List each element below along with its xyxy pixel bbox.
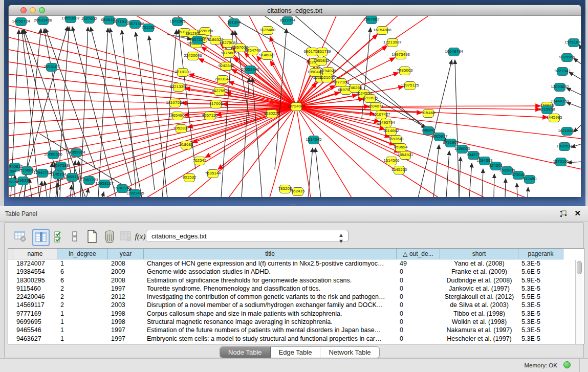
graph-node[interactable]: 391594 — [9, 167, 15, 176]
table-cell[interactable]: Jankovic et al. (1997) — [440, 285, 518, 293]
graph-node[interactable]: 1211635 — [364, 94, 376, 103]
table-cell[interactable]: 5.6E-5 — [518, 268, 563, 276]
graph-node[interactable]: 1196335 — [17, 177, 29, 185]
table-cell[interactable]: Structural magnetic resonance image aver… — [144, 318, 397, 326]
table-cell[interactable]: 1997 — [108, 326, 144, 334]
graph-node[interactable]: 8215958 — [541, 105, 553, 114]
table-cell[interactable]: Tibbo et al. (1998) — [440, 310, 518, 318]
column-header-pagerank[interactable]: pagerank — [518, 249, 563, 259]
table-cell[interactable]: 2008 — [108, 276, 144, 285]
graph-node[interactable]: 8267110 — [204, 112, 215, 120]
table-cell[interactable]: 1 — [57, 326, 108, 334]
table-cell[interactable]: 5.3E-5 — [518, 301, 563, 309]
table-cell[interactable]: 9699695 — [13, 318, 57, 326]
tab-node-table[interactable]: Node Table — [220, 347, 271, 358]
table-cell[interactable]: 2003 — [108, 301, 144, 309]
graph-node[interactable]: 6961758 — [306, 48, 317, 56]
graph-node[interactable]: 1621072 — [321, 74, 333, 82]
table-selector-dropdown[interactable]: citations_edges.txt ▲▼ — [146, 230, 349, 242]
graph-node[interactable]: 22420046 — [187, 52, 199, 60]
graph-node[interactable]: 1125480 — [262, 26, 273, 35]
table-row[interactable]: 969969511998Structural magnetic resonanc… — [8, 318, 584, 326]
scrollbar-thumb[interactable] — [577, 261, 582, 274]
table-row[interactable]: 946554611997Estimation of the future num… — [8, 326, 584, 334]
row-height-button[interactable] — [67, 229, 82, 244]
table-cell[interactable]: 18724007 — [13, 259, 57, 268]
graph-node[interactable]: 12923445 — [129, 189, 141, 198]
table-mode-button[interactable] — [13, 229, 28, 244]
graph-node[interactable]: 9175685 — [223, 49, 234, 58]
tab-edge-table[interactable]: Edge Table — [271, 347, 321, 358]
table-cell[interactable]: 2 — [57, 301, 108, 309]
table-cell[interactable]: 22420046 — [13, 293, 57, 301]
network-canvas[interactable]: 8601123891295482260589827509818632898275… — [9, 16, 581, 197]
graph-node[interactable]: 1010534 — [559, 142, 570, 151]
table-cell[interactable]: 1998 — [108, 310, 144, 318]
table-cell[interactable]: 6 — [57, 276, 108, 285]
table-cell[interactable]: de Silva et al. (2003) — [440, 301, 518, 309]
graph-node[interactable]: 2204071 — [370, 102, 381, 111]
graph-node[interactable]: 785203 — [279, 185, 291, 193]
graph-node[interactable]: 14055724 — [15, 17, 27, 26]
graph-node[interactable]: 918685 — [181, 141, 192, 149]
graph-node[interactable]: 417006 — [210, 100, 222, 108]
table-row[interactable]: 911546021997Tourette syndrome. Phenomeno… — [8, 285, 584, 293]
table-cell[interactable]: 14569117 — [13, 301, 57, 309]
table-cell[interactable]: 19384554 — [13, 268, 57, 276]
graph-node[interactable]: 13975125 — [404, 81, 416, 90]
table-row[interactable]: 1456911722003Disruption of a novel membe… — [8, 301, 584, 309]
graph-node[interactable]: 1614506 — [386, 157, 397, 165]
table-cell[interactable]: Franke et al. (2009) — [440, 268, 518, 276]
graph-node[interactable]: 1645210 — [394, 166, 405, 174]
graph-node[interactable]: 15751074 — [568, 38, 579, 47]
graph-node[interactable]: 12942757 — [37, 169, 48, 178]
table-cell[interactable]: 0 — [397, 326, 440, 334]
table-cell[interactable]: 2012 — [108, 293, 144, 301]
graph-node[interactable]: 1196063 — [456, 145, 468, 154]
table-cell[interactable]: 0 — [397, 268, 440, 276]
column-header-title[interactable]: title — [144, 249, 397, 259]
graph-node[interactable]: 762542 — [194, 157, 205, 165]
table-cell[interactable]: 1 — [57, 259, 108, 268]
table-cell[interactable]: 9465546 — [13, 326, 57, 334]
table-cell[interactable]: 2 — [57, 293, 108, 301]
table-vertical-scrollbar[interactable] — [575, 260, 583, 344]
graph-node[interactable]: 10167427 — [376, 111, 387, 119]
table-row[interactable]: 977716911998Corpus callosum shape and si… — [8, 310, 584, 318]
graph-node[interactable]: 7052837 — [176, 124, 187, 133]
graph-hub-node[interactable]: 18724007 — [291, 102, 302, 111]
table-row[interactable]: 946362711997Embryonic stem cells: a mode… — [8, 335, 584, 343]
table-cell[interactable]: Changes of HCN gene expression and I(f) … — [144, 259, 397, 268]
graph-node[interactable]: 915469 — [423, 109, 434, 118]
graph-node[interactable]: 9777169 — [335, 78, 346, 87]
graph-node[interactable]: 1370106 — [555, 158, 567, 166]
table-cell[interactable]: 0 — [397, 293, 440, 301]
table-cell[interactable]: 0 — [397, 285, 440, 293]
graph-node[interactable]: 1572365 — [172, 17, 183, 26]
graph-node[interactable]: 15495794 — [380, 119, 391, 127]
graph-node[interactable]: 2053107 — [46, 63, 57, 72]
graph-node[interactable]: 2803144 — [217, 75, 228, 84]
graph-node[interactable]: 1514545 — [308, 136, 319, 144]
close-panel-icon[interactable]: ✕ — [574, 209, 581, 218]
table-cell[interactable]: 18300295 — [13, 276, 57, 285]
graph-node[interactable]: 19654903 — [172, 112, 183, 120]
graph-node[interactable]: 12213987 — [387, 38, 398, 47]
table-cell[interactable]: Estimation of significance thresholds fo… — [144, 276, 397, 285]
graph-node[interactable]: 1530225 — [266, 110, 277, 118]
delete-table-button[interactable] — [102, 229, 117, 244]
table-cell[interactable]: 2 — [57, 285, 108, 293]
graph-node[interactable]: 20691406 — [37, 16, 49, 25]
table-cell[interactable]: 5.3E-5 — [518, 310, 563, 318]
graph-node[interactable]: 12444159 — [554, 97, 565, 106]
table-cell[interactable]: 2008 — [108, 259, 144, 268]
table-cell[interactable]: 9463627 — [13, 335, 57, 343]
table-row[interactable]: 1830029562008Estimation of significance … — [8, 276, 584, 285]
column-header-in_degree[interactable]: in_degree — [57, 249, 108, 259]
table-cell[interactable]: 5.3E-5 — [518, 318, 563, 326]
table-cell[interactable]: 0 — [397, 318, 440, 326]
select-columns-button[interactable] — [52, 229, 67, 244]
graph-node[interactable]: 8791907 — [445, 139, 456, 147]
graph-node[interactable]: 859694 — [395, 143, 406, 152]
graph-node[interactable]: 10958167 — [99, 180, 110, 188]
